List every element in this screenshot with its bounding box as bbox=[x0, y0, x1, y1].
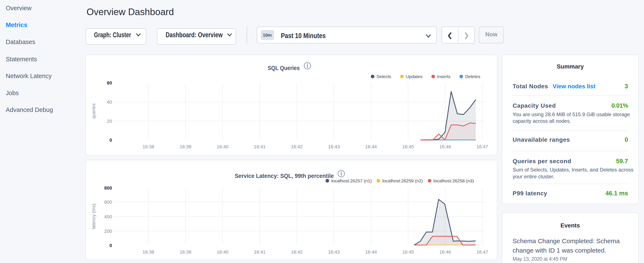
svg-text:0: 0 bbox=[110, 137, 112, 143]
svg-text:600: 600 bbox=[104, 199, 112, 205]
svg-text:16:46: 16:46 bbox=[439, 144, 451, 149]
svg-text:16:47: 16:47 bbox=[476, 144, 488, 149]
svg-text:16:44: 16:44 bbox=[365, 144, 377, 149]
svg-text:60: 60 bbox=[107, 80, 112, 86]
svg-text:200: 200 bbox=[104, 228, 112, 234]
svg-text:16:46: 16:46 bbox=[439, 249, 451, 255]
svg-text:16:45: 16:45 bbox=[402, 249, 414, 255]
svg-text:20: 20 bbox=[107, 119, 112, 124]
svg-text:16:43: 16:43 bbox=[328, 249, 340, 255]
svg-text:16:38: 16:38 bbox=[142, 249, 154, 255]
svg-text:400: 400 bbox=[104, 214, 112, 219]
svg-text:16:41: 16:41 bbox=[254, 249, 266, 255]
svg-text:latency (ms): latency (ms) bbox=[91, 204, 96, 229]
svg-text:16:41: 16:41 bbox=[254, 144, 266, 149]
svg-text:16:39: 16:39 bbox=[180, 144, 191, 149]
svg-text:40: 40 bbox=[107, 99, 112, 105]
svg-text:16:47: 16:47 bbox=[476, 249, 488, 255]
svg-text:queries: queries bbox=[91, 103, 96, 119]
svg-text:16:43: 16:43 bbox=[328, 144, 340, 149]
svg-text:16:44: 16:44 bbox=[365, 249, 377, 255]
svg-text:16:42: 16:42 bbox=[291, 144, 302, 149]
svg-text:800: 800 bbox=[104, 185, 112, 191]
svg-text:16:39: 16:39 bbox=[180, 249, 191, 255]
svg-text:16:38: 16:38 bbox=[142, 144, 154, 149]
svg-text:16:40: 16:40 bbox=[217, 249, 228, 255]
svg-text:16:42: 16:42 bbox=[291, 249, 302, 255]
svg-text:16:40: 16:40 bbox=[217, 144, 228, 149]
svg-text:0: 0 bbox=[110, 243, 112, 248]
svg-text:16:45: 16:45 bbox=[402, 144, 414, 149]
